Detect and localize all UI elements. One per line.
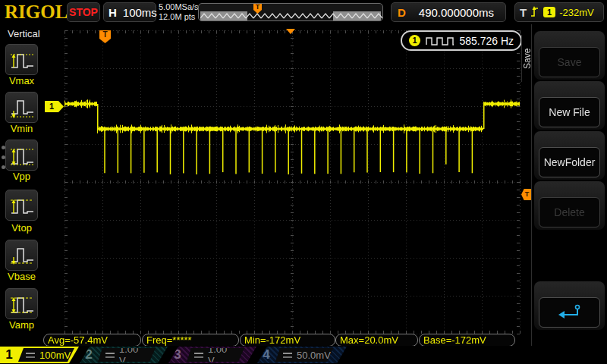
vbase-icon xyxy=(8,243,36,268)
waveform-display xyxy=(43,24,531,346)
delay-box[interactable]: D 490.000000ms xyxy=(391,2,506,22)
sidebar-item-vmin[interactable] xyxy=(5,92,38,123)
vtop-icon xyxy=(8,193,36,218)
frequency-value: 585.726 Hz xyxy=(459,35,514,47)
sidebar-item-vamp[interactable] xyxy=(5,288,38,319)
sidebar-item-vpp[interactable] xyxy=(5,140,38,171)
memory-waveform-glyph xyxy=(200,11,382,20)
dc-coupling-icon xyxy=(105,352,115,359)
menu-tab-save: Save xyxy=(521,35,532,82)
channel-3-scale: 1.00 V xyxy=(208,344,235,364)
dc-coupling-icon xyxy=(26,352,35,359)
menu-button-new-file[interactable]: New File xyxy=(539,97,600,127)
vpp-icon xyxy=(8,143,36,168)
menu-button-new-folder[interactable]: NewFolder xyxy=(539,147,600,177)
measurement-base[interactable]: Base=-172mV xyxy=(419,334,515,347)
measurement-min[interactable]: Min=-172mV xyxy=(240,334,335,347)
menu-button-back[interactable] xyxy=(539,297,600,328)
vmax-icon xyxy=(8,47,36,73)
sidebar-item-vpp-label: Vpp xyxy=(0,171,43,182)
memory-position-bar: T xyxy=(198,3,383,21)
channel-3-number: 3 xyxy=(168,347,187,362)
channel-4-scale: 50.0mV xyxy=(297,350,331,361)
measurement-freq[interactable]: Freq=***** xyxy=(142,334,239,347)
timebase-value: 100ms xyxy=(123,6,157,19)
delay-value: 490.000000ms xyxy=(414,6,499,19)
trigger-box[interactable]: T 1 -232mV xyxy=(514,2,604,22)
channel-2-status[interactable]: 2 1.00 V xyxy=(80,347,168,363)
dc-coupling-icon xyxy=(283,352,292,359)
page-indicator-dot xyxy=(2,165,5,169)
dc-coupling-icon xyxy=(194,352,203,359)
delay-label: D xyxy=(398,6,406,19)
sample-rate: 5.00MSa/s xyxy=(159,2,199,12)
vamp-icon xyxy=(8,291,36,317)
sidebar-item-vbase-label: Vbase xyxy=(0,271,43,282)
measurement-max[interactable]: Max=20.0mV xyxy=(335,334,418,347)
channel-1-settings: 100mV xyxy=(18,348,74,362)
run-state-label: STOP xyxy=(69,6,98,18)
menu-cell: Save xyxy=(534,31,605,80)
acquisition-info: 5.00MSa/s 12.0M pts xyxy=(159,2,199,22)
vmin-icon xyxy=(8,95,36,121)
horizontal-menu-box[interactable]: H 100ms xyxy=(103,2,156,22)
channel-4-number: 4 xyxy=(257,347,275,362)
page-indicator-dot xyxy=(2,146,5,149)
channel-4-settings: 50.0mV xyxy=(275,348,333,362)
channel-3-status[interactable]: 3 1.00 V xyxy=(168,347,256,363)
channel-2-number: 2 xyxy=(80,347,98,362)
sidebar-title: Vertical xyxy=(8,28,40,39)
trigger-source-badge: 1 xyxy=(543,7,555,17)
trigger-label: T xyxy=(520,6,527,19)
menu-cell xyxy=(534,281,605,330)
frequency-counter: 1 585.726 Hz xyxy=(401,30,522,51)
sidebar-item-vmax[interactable] xyxy=(5,44,38,75)
measurement-avg[interactable]: Avg=-57.4mV xyxy=(43,334,141,347)
page-indicator-dot xyxy=(2,155,5,159)
channel-2-scale: 1.00 V xyxy=(119,344,146,364)
memory-depth: 12.0M pts xyxy=(159,12,199,22)
sidebar-item-vtop[interactable] xyxy=(5,190,38,221)
channel-3-settings: 1.00 V xyxy=(187,348,244,362)
menu-cell: NewFolder xyxy=(534,131,605,180)
channel-status-bar: 1 100mV 2 1.00 V 3 1.00 V 4 50.0mV xyxy=(0,346,607,364)
trigger-level-value: -232mV xyxy=(559,7,594,18)
channel-4-status[interactable]: 4 50.0mV xyxy=(257,347,347,363)
sidebar-item-vmin-label: Vmin xyxy=(0,123,43,134)
menu-cell: New File xyxy=(534,81,605,130)
sidebar-item-vmax-label: Vmax xyxy=(0,75,43,86)
oscilloscope-screen: RIGOL STOP H 100ms 5.00MSa/s 12.0M pts T… xyxy=(0,0,607,364)
channel-1-scale: 100mV xyxy=(39,350,71,361)
menu-button-delete[interactable]: Delete xyxy=(539,197,600,228)
channel-2-settings: 1.00 V xyxy=(98,348,156,362)
counter-source-badge: 1 xyxy=(409,35,420,46)
channel-1-number: 1 xyxy=(0,347,18,362)
center-position-icon xyxy=(286,29,295,34)
square-wave-icon xyxy=(426,36,454,46)
trigger-edge-icon xyxy=(530,5,539,19)
run-state-indicator[interactable]: STOP xyxy=(67,2,100,22)
channel-1-status[interactable]: 1 100mV xyxy=(0,347,79,363)
return-arrow-icon xyxy=(557,303,583,320)
horizontal-label: H xyxy=(109,6,117,19)
menu-button-save[interactable]: Save xyxy=(539,47,600,77)
menu-cell: Delete xyxy=(534,181,605,230)
sidebar-item-vbase[interactable] xyxy=(5,240,38,271)
sidebar-item-vtop-label: Vtop xyxy=(0,222,43,234)
sidebar-item-vamp-label: Vamp xyxy=(0,319,43,331)
rigol-logo: RIGOL xyxy=(5,2,65,23)
